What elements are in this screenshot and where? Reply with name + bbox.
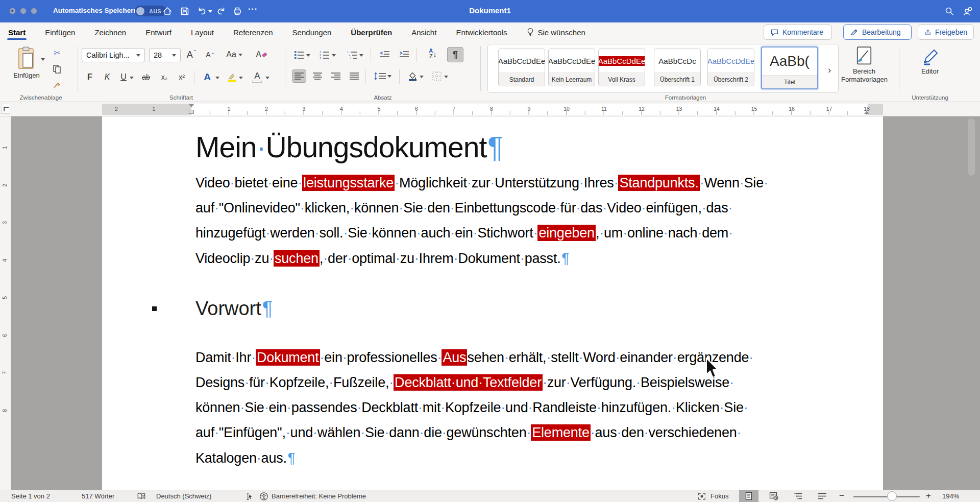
draft-view-button[interactable] [813,490,832,502]
style-überschrift-2[interactable]: AaBbCcDdEeÜberschrift 2 [707,49,754,86]
text-run: ·ein·professionelles· [320,350,442,365]
zoom-percent[interactable]: 194% [942,492,959,500]
text-block-title: Mein·Übungsdokument¶ [195,129,883,165]
tab-label: Entwurf [145,28,172,37]
print-layout-view-button[interactable] [739,490,758,502]
borders-chevron[interactable] [444,76,448,78]
highlighted-text: suchen [274,250,320,267]
shading-button[interactable] [405,69,420,83]
accessibility-status[interactable]: Barrierefreiheit: Keine Probleme [272,492,366,500]
vertical-ruler[interactable]: 12345678 [0,116,11,490]
clear-formatting-button[interactable]: A [254,48,268,61]
cut-button[interactable]: ✂ [50,46,64,59]
tab-layout[interactable]: Layout [190,24,215,41]
format-painter-button[interactable] [50,79,64,92]
style-voll-krass[interactable]: AaBbCcDdEeVoll Krass [598,49,645,86]
language-indicator[interactable]: Deutsch (Schweiz) [156,492,211,500]
text-highlight-button[interactable] [225,70,239,84]
outline-view-button[interactable] [789,490,808,502]
editor-button[interactable]: Editor [912,47,948,76]
font-color-chevron[interactable] [265,77,270,79]
paste-clipboard-icon [16,46,37,70]
text-block-body: Video·bietet·eine·leistungsstarke·Möglic… [195,171,883,271]
zoom-slider-thumb[interactable] [887,491,897,501]
left-indent-marker[interactable] [189,110,194,114]
tab-entwicklertools[interactable]: Entwicklertools [455,24,508,41]
paste-button[interactable]: Einfügen [7,44,46,91]
text-effects-button[interactable]: A [200,70,214,84]
comments-button[interactable]: Kommentare [764,25,832,40]
feedback-icon[interactable] [963,6,973,16]
highlight-menu-chevron[interactable] [239,77,243,79]
search-icon[interactable] [944,6,954,16]
tab-start[interactable]: Start [7,24,27,41]
increase-indent-button[interactable] [397,48,411,61]
underline-menu-chevron[interactable] [130,77,134,79]
word-count[interactable]: 517 Wörter [82,492,114,500]
numbering-chevron[interactable] [332,54,336,57]
style-überschrift-1[interactable]: AaBbCcDcÜberschrift 1 [654,49,701,86]
borders-button[interactable] [430,69,444,83]
tab-referenzen[interactable]: Referenzen [232,24,274,41]
zoom-out-button[interactable]: − [839,491,844,501]
font-name-select[interactable]: Calibri Ligh... [82,48,145,62]
copy-button[interactable] [50,62,64,76]
gallery-expand-chevron[interactable]: › [828,64,831,76]
document-page[interactable]: Mein·Übungsdokument¶Video·bietet·eine·le… [102,116,883,490]
italic-button[interactable]: K [100,70,114,84]
space-mark: · [257,131,266,163]
align-center-button[interactable] [310,69,325,83]
decrease-indent-button[interactable] [378,48,392,61]
tab-zeichnen[interactable]: Zeichnen [93,24,127,41]
text-select-icon[interactable] [244,492,253,501]
numbering-button[interactable]: 123 [317,48,332,61]
style-standard[interactable]: AaBbCcDdEeStandard [498,49,545,86]
bullets-button[interactable] [292,48,306,61]
style-kein-leerraum[interactable]: AaBbCcDdEeKein Leerraum [548,49,595,86]
sort-button[interactable]: A Z ↓ [424,47,442,60]
align-left-button[interactable] [292,69,306,83]
bold-button[interactable]: F [83,70,97,84]
spellcheck-icon[interactable] [137,492,146,501]
justify-button[interactable] [347,69,361,83]
paste-menu-chevron[interactable] [41,58,45,61]
text-effects-chevron[interactable] [215,77,219,79]
focus-label[interactable]: Fokus [710,492,728,500]
first-line-indent-marker[interactable] [189,104,194,107]
accessibility-icon[interactable] [259,492,268,501]
tab-einfügen[interactable]: Einfügen [44,24,76,41]
share-button[interactable]: Freigeben [918,25,974,40]
web-layout-view-button[interactable] [764,490,783,502]
zoom-slider-track[interactable] [853,496,920,497]
font-color-button[interactable]: A [250,70,264,84]
tab-sendungen[interactable]: Sendungen [291,24,333,41]
focus-icon[interactable] [697,492,706,501]
tab-sie-wünschen[interactable]: Sie wünschen [525,23,586,41]
underline-button[interactable]: U [116,70,131,84]
shading-chevron[interactable] [420,76,424,78]
show-formatting-marks-toggle[interactable]: ¶ [447,47,463,62]
line-spacing-button[interactable] [373,69,393,83]
tab-ansicht[interactable]: Ansicht [410,24,437,41]
tab-selector[interactable] [1,104,10,114]
editing-mode-button[interactable]: Bearbeitung [843,25,912,40]
multilevel-list-button[interactable]: 1ai [345,48,359,61]
font-size-select[interactable]: 28 [149,48,181,62]
multilevel-chevron[interactable] [359,54,363,57]
styles-pane-button[interactable]: Bereich Formatvorlagen [841,46,887,84]
tab-überprüfen[interactable]: Überprüfen [350,24,393,41]
vertical-scrollbar-thumb[interactable] [968,118,975,176]
strikethrough-button[interactable]: ab [139,70,153,84]
superscript-button[interactable]: x² [175,70,189,84]
bullets-chevron[interactable] [306,54,310,57]
page-indicator[interactable]: Seite 1 von 2 [11,492,50,500]
shrink-font-button[interactable]: A⌄ [203,48,217,61]
tab-entwurf[interactable]: Entwurf [144,24,173,41]
align-right-button[interactable] [329,69,343,83]
horizontal-ruler[interactable]: 21123456789101112131415161718 [102,104,883,115]
grow-font-button[interactable]: A⌃ [185,48,199,61]
change-case-button[interactable]: Aa [225,48,244,61]
subscript-button[interactable]: x₂ [157,70,172,84]
zoom-in-button[interactable]: + [926,491,931,501]
style-titel[interactable]: AaBb(Titel [761,46,818,89]
